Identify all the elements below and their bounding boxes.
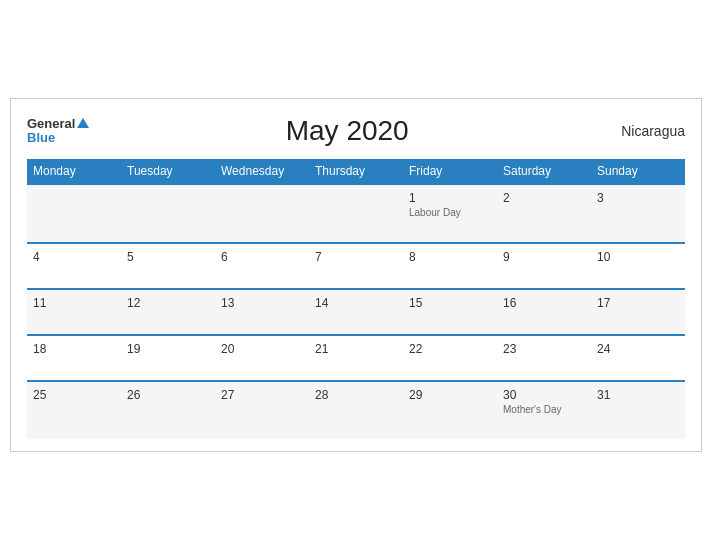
- calendar-day-cell: [121, 184, 215, 243]
- calendar-day-cell: 30Mother's Day: [497, 381, 591, 439]
- day-number: 24: [597, 342, 679, 356]
- calendar-week-row: 252627282930Mother's Day31: [27, 381, 685, 439]
- day-number: 30: [503, 388, 585, 402]
- day-number: 25: [33, 388, 115, 402]
- day-number: 20: [221, 342, 303, 356]
- calendar-day-cell: 25: [27, 381, 121, 439]
- calendar-day-cell: 11: [27, 289, 121, 335]
- calendar-day-cell: 14: [309, 289, 403, 335]
- day-number: 1: [409, 191, 491, 205]
- day-number: 27: [221, 388, 303, 402]
- day-number: 11: [33, 296, 115, 310]
- calendar-day-cell: 15: [403, 289, 497, 335]
- calendar-week-row: 18192021222324: [27, 335, 685, 381]
- day-number: 4: [33, 250, 115, 264]
- calendar-day-cell: 1Labour Day: [403, 184, 497, 243]
- day-number: 26: [127, 388, 209, 402]
- calendar-header-row: MondayTuesdayWednesdayThursdayFridaySatu…: [27, 159, 685, 184]
- day-number: 13: [221, 296, 303, 310]
- col-header-saturday: Saturday: [497, 159, 591, 184]
- calendar-day-cell: 18: [27, 335, 121, 381]
- col-header-tuesday: Tuesday: [121, 159, 215, 184]
- calendar-day-cell: 20: [215, 335, 309, 381]
- day-number: 19: [127, 342, 209, 356]
- calendar: General Blue May 2020 Nicaragua MondayTu…: [10, 98, 702, 452]
- calendar-day-cell: [27, 184, 121, 243]
- day-number: 31: [597, 388, 679, 402]
- col-header-friday: Friday: [403, 159, 497, 184]
- col-header-thursday: Thursday: [309, 159, 403, 184]
- day-number: 15: [409, 296, 491, 310]
- calendar-week-row: 1Labour Day23: [27, 184, 685, 243]
- calendar-day-cell: 29: [403, 381, 497, 439]
- calendar-day-cell: 31: [591, 381, 685, 439]
- day-number: 8: [409, 250, 491, 264]
- day-event-label: Mother's Day: [503, 404, 585, 415]
- calendar-week-row: 11121314151617: [27, 289, 685, 335]
- calendar-day-cell: [309, 184, 403, 243]
- day-number: 12: [127, 296, 209, 310]
- day-number: 29: [409, 388, 491, 402]
- calendar-day-cell: 16: [497, 289, 591, 335]
- col-header-monday: Monday: [27, 159, 121, 184]
- calendar-table: MondayTuesdayWednesdayThursdayFridaySatu…: [27, 159, 685, 439]
- day-number: 18: [33, 342, 115, 356]
- calendar-day-cell: 7: [309, 243, 403, 289]
- calendar-week-row: 45678910: [27, 243, 685, 289]
- day-number: 21: [315, 342, 397, 356]
- day-number: 14: [315, 296, 397, 310]
- logo-blue-text: Blue: [27, 131, 89, 145]
- calendar-day-cell: 27: [215, 381, 309, 439]
- day-number: 28: [315, 388, 397, 402]
- calendar-day-cell: 10: [591, 243, 685, 289]
- day-number: 10: [597, 250, 679, 264]
- day-number: 7: [315, 250, 397, 264]
- logo-triangle-icon: [77, 118, 89, 128]
- calendar-day-cell: 19: [121, 335, 215, 381]
- calendar-day-cell: 8: [403, 243, 497, 289]
- calendar-day-cell: 26: [121, 381, 215, 439]
- col-header-wednesday: Wednesday: [215, 159, 309, 184]
- day-event-label: Labour Day: [409, 207, 491, 218]
- calendar-day-cell: 22: [403, 335, 497, 381]
- calendar-day-cell: 17: [591, 289, 685, 335]
- day-number: 6: [221, 250, 303, 264]
- day-number: 23: [503, 342, 585, 356]
- calendar-day-cell: [215, 184, 309, 243]
- col-header-sunday: Sunday: [591, 159, 685, 184]
- day-number: 5: [127, 250, 209, 264]
- calendar-day-cell: 12: [121, 289, 215, 335]
- day-number: 2: [503, 191, 585, 205]
- calendar-day-cell: 21: [309, 335, 403, 381]
- calendar-title: May 2020: [89, 115, 605, 147]
- calendar-day-cell: 23: [497, 335, 591, 381]
- logo: General Blue: [27, 117, 89, 146]
- day-number: 17: [597, 296, 679, 310]
- calendar-day-cell: 9: [497, 243, 591, 289]
- calendar-day-cell: 6: [215, 243, 309, 289]
- day-number: 3: [597, 191, 679, 205]
- calendar-day-cell: 24: [591, 335, 685, 381]
- logo-general-text: General: [27, 117, 75, 131]
- day-number: 22: [409, 342, 491, 356]
- calendar-day-cell: 5: [121, 243, 215, 289]
- calendar-day-cell: 28: [309, 381, 403, 439]
- calendar-day-cell: 2: [497, 184, 591, 243]
- calendar-country: Nicaragua: [605, 123, 685, 139]
- calendar-header: General Blue May 2020 Nicaragua: [27, 115, 685, 147]
- calendar-day-cell: 4: [27, 243, 121, 289]
- calendar-day-cell: 13: [215, 289, 309, 335]
- calendar-day-cell: 3: [591, 184, 685, 243]
- day-number: 16: [503, 296, 585, 310]
- day-number: 9: [503, 250, 585, 264]
